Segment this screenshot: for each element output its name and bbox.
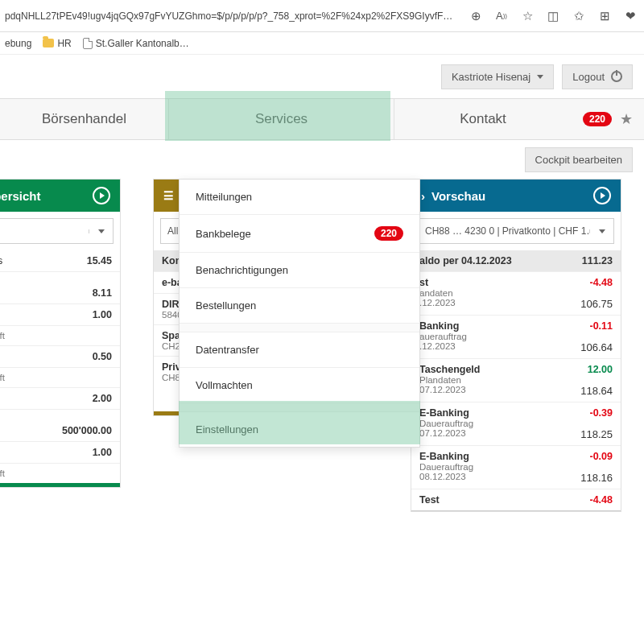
menu-bestellungen[interactable]: Bestellungen: [180, 288, 419, 323]
user-name: Kastriote Hisenaj: [452, 71, 530, 83]
chevron-down-icon: [537, 75, 543, 79]
arrow-circle-icon[interactable]: [93, 187, 110, 204]
menu-benachrichtigungen[interactable]: Benachrichtigungen: [180, 253, 419, 287]
tx-row[interactable]: 12.00Taschengeld Plandaten 07.12.2023118…: [411, 359, 621, 402]
bankbelege-badge: 220: [374, 226, 403, 241]
bookmark-folder-hr[interactable]: HR: [43, 38, 71, 49]
split-screen-icon[interactable]: ◫: [544, 7, 562, 25]
panel-header-uebersicht[interactable]: ubersicht: [0, 180, 120, 212]
tx-row[interactable]: -0.09E-Banking Dauerauftrag 08.12.202311…: [411, 446, 621, 489]
zoom-icon[interactable]: ⊕: [467, 7, 485, 25]
main-nav: Börsenhandel Services Kontakt 220 ★: [0, 98, 644, 140]
menu-mitteilungen[interactable]: Mitteilungen: [180, 180, 419, 214]
preview-icon: ›: [421, 189, 425, 203]
nav-right: 220 ★: [572, 99, 644, 139]
tab-services[interactable]: Services: [169, 99, 394, 139]
panel-title: Vorschau: [431, 189, 485, 203]
panel-uebersicht: ubersicht axis15.45 8.11 1.00 chrift 0.5…: [0, 179, 121, 488]
tab-boersenhandel[interactable]: Börsenhandel: [0, 99, 169, 139]
url-text[interactable]: pdqNHLL27tPEv49!ugv4jqGQx97gFvYUZGhmo=$/…: [5, 10, 459, 22]
notification-badge[interactable]: 220: [583, 112, 612, 126]
menu-datentransfer[interactable]: Datentransfer: [180, 332, 419, 367]
tab-kontakt[interactable]: Kontakt: [394, 99, 572, 139]
secondary-bar: Cockpit bearbeiten: [0, 140, 644, 179]
menu-vollmachten[interactable]: Vollmachten: [180, 368, 419, 402]
services-dropdown: Mitteilungen Bankbelege220 Benachrichtig…: [179, 179, 420, 448]
arrow-circle-icon[interactable]: [593, 187, 611, 204]
panel-title: ubersicht: [0, 189, 41, 203]
user-menu-button[interactable]: Kastriote Hisenaj: [441, 64, 554, 89]
bookmarks-bar: ebung HR St.Galler Kantonalb…: [0, 32, 644, 55]
browser-address-bar: pdqNHLL27tPEv49!ugv4jqGQx97gFvYUZGhmo=$/…: [0, 0, 644, 32]
vorschau-selector[interactable]: CH88 … 4230 0 | Privatkonto | CHF 1…: [418, 218, 614, 244]
chevron-down-icon: [599, 229, 605, 233]
stack-icon: ☰: [163, 189, 174, 202]
panel-header-vorschau[interactable]: ›Vorschau: [411, 180, 621, 212]
chevron-down-icon: [98, 229, 105, 233]
collections-icon[interactable]: ⊞: [596, 7, 613, 25]
cockpit-edit-button[interactable]: Cockpit bearbeiten: [525, 147, 633, 172]
tx-row[interactable]: -0.11Banking auerauftrag .12.2023106.64: [411, 316, 621, 359]
bookmark-sgkb[interactable]: St.Galler Kantonalb…: [83, 38, 189, 49]
read-aloud-icon[interactable]: A)): [493, 7, 510, 25]
tx-row[interactable]: -0.39E-Banking Dauerauftrag 07.12.202311…: [411, 402, 621, 446]
tx-row[interactable]: -4.48st andaten .12.2023106.75: [411, 272, 621, 316]
uebersicht-selector[interactable]: [0, 218, 114, 244]
page-icon: [83, 38, 93, 49]
folder-icon: [43, 39, 54, 47]
menu-einstellungen[interactable]: Einstellungen: [180, 412, 419, 447]
balance-label: aldo per 04.12.2023: [419, 255, 512, 266]
health-icon[interactable]: ❤: [621, 7, 639, 25]
favorite-star-icon[interactable]: ☆: [518, 7, 536, 25]
panel-vorschau: ›Vorschau CH88 … 4230 0 | Privatkonto | …: [411, 179, 621, 512]
power-icon: [611, 71, 622, 82]
logout-button[interactable]: Logout: [562, 64, 633, 89]
favorites-icon[interactable]: ✩: [570, 7, 588, 25]
menu-bankbelege[interactable]: Bankbelege220: [180, 215, 419, 252]
star-icon[interactable]: ★: [620, 110, 633, 128]
user-bar: Kastriote Hisenaj Logout: [0, 55, 644, 98]
bookmark-ebung[interactable]: ebung: [5, 38, 31, 49]
tx-row[interactable]: -4.48Test: [411, 489, 621, 511]
